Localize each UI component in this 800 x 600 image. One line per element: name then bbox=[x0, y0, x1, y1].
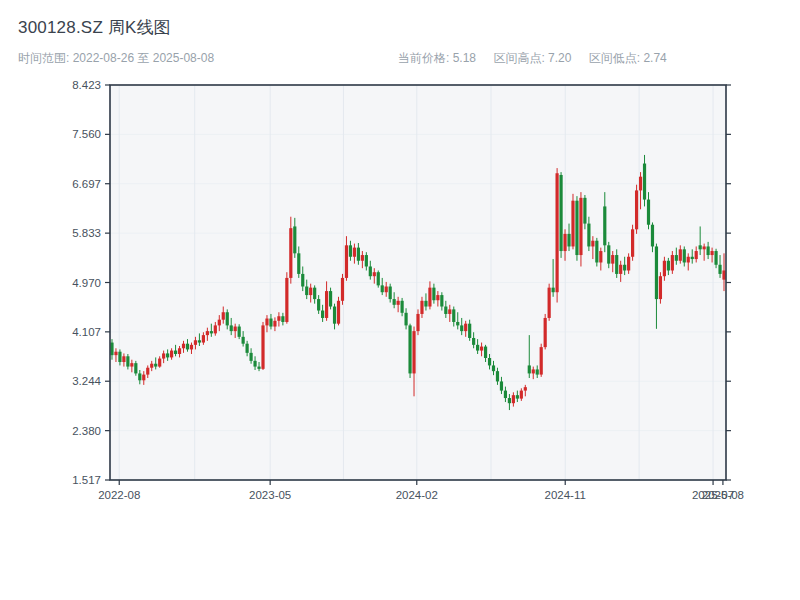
svg-text:8.423: 8.423 bbox=[72, 79, 101, 91]
page: { "header": { "title": "300128.SZ 周K线图",… bbox=[0, 0, 800, 600]
svg-text:1.517: 1.517 bbox=[72, 474, 101, 486]
svg-text:4.107: 4.107 bbox=[72, 326, 101, 338]
svg-text:2022-08: 2022-08 bbox=[98, 489, 140, 501]
svg-text:2023-05: 2023-05 bbox=[249, 489, 291, 501]
svg-text:2025-08: 2025-08 bbox=[702, 489, 744, 501]
svg-text:5.833: 5.833 bbox=[72, 227, 101, 239]
svg-text:4.970: 4.970 bbox=[72, 277, 101, 289]
svg-text:2.380: 2.380 bbox=[72, 425, 101, 437]
svg-text:7.560: 7.560 bbox=[72, 128, 101, 140]
svg-text:2024-02: 2024-02 bbox=[396, 489, 438, 501]
svg-text:6.697: 6.697 bbox=[72, 178, 101, 190]
svg-text:2024-11: 2024-11 bbox=[545, 489, 586, 501]
svg-text:3.244: 3.244 bbox=[72, 375, 101, 387]
kline-chart: 8.4237.5606.6975.8334.9704.1073.2442.380… bbox=[0, 0, 800, 600]
